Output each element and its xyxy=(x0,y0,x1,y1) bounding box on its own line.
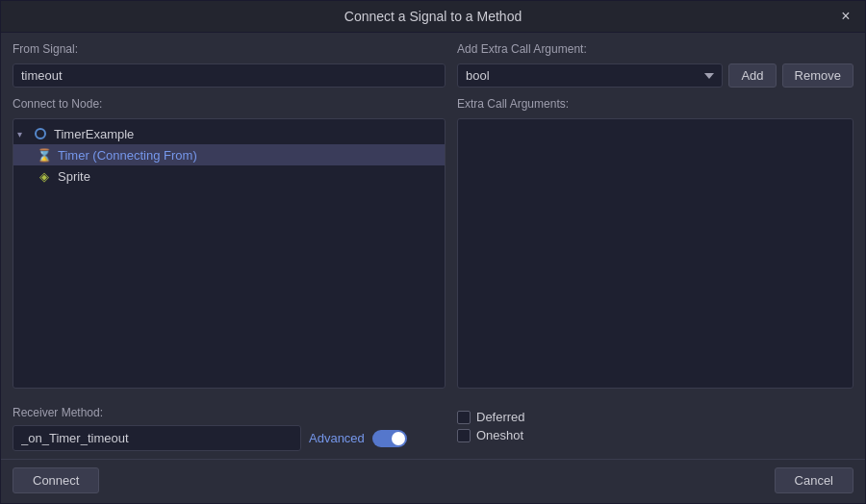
add-extra-label: Add Extra Call Argument: xyxy=(457,42,853,56)
right-panel: Add Extra Call Argument: bool int float … xyxy=(457,42,853,389)
oneshot-label: Oneshot xyxy=(476,428,523,442)
extra-args-area xyxy=(457,118,853,389)
bottom-left: Receiver Method: Advanced xyxy=(13,406,446,451)
tree-item-root[interactable]: ▾ TimerExample xyxy=(13,123,445,144)
tree-item-timer[interactable]: ⌛ Timer (Connecting From) xyxy=(13,144,445,165)
advanced-label: Advanced xyxy=(309,431,365,445)
extra-call-args-label: Extra Call Arguments: xyxy=(457,97,853,111)
add-button[interactable]: Add xyxy=(728,63,776,88)
chevron-down-icon: ▾ xyxy=(17,129,31,139)
sprite-icon: ◈ xyxy=(37,168,52,184)
advanced-toggle[interactable] xyxy=(372,430,407,447)
tree-item-timer-label: Timer (Connecting From) xyxy=(58,148,197,163)
timer-icon: ⌛ xyxy=(37,147,52,163)
tree-item-sprite-label: Sprite xyxy=(58,169,90,184)
from-signal-label: From Signal: xyxy=(13,42,446,56)
type-select[interactable]: bool int float String Object xyxy=(457,63,723,88)
main-content: From Signal: Connect to Node: ▾ TimerExa… xyxy=(1,33,865,398)
receiver-label: Receiver Method: xyxy=(13,406,446,419)
connect-signal-dialog: Connect a Signal to a Method × From Sign… xyxy=(0,0,866,504)
extra-arg-row: bool int float String Object Add Remove xyxy=(457,63,853,88)
bottom-right: Deferred Oneshot xyxy=(457,406,853,451)
node-tree[interactable]: ▾ TimerExample ⌛ Timer (Connecting From)… xyxy=(13,118,446,389)
deferred-row: Deferred xyxy=(457,410,853,424)
bottom-bar: Receiver Method: Advanced Deferred Onesh… xyxy=(1,398,865,459)
from-signal-input[interactable] xyxy=(13,63,446,88)
oneshot-checkbox[interactable] xyxy=(457,429,471,442)
oneshot-row: Oneshot xyxy=(457,428,853,442)
tree-item-sprite[interactable]: ◈ Sprite xyxy=(13,165,445,187)
dialog-title: Connect a Signal to a Method xyxy=(344,9,522,24)
deferred-checkbox[interactable] xyxy=(457,411,471,424)
toggle-thumb xyxy=(392,432,405,445)
remove-button[interactable]: Remove xyxy=(782,63,853,88)
left-panel: From Signal: Connect to Node: ▾ TimerExa… xyxy=(13,42,446,389)
close-button[interactable]: × xyxy=(836,7,855,26)
action-buttons-row: Connect Cancel xyxy=(1,459,865,503)
receiver-row: Advanced xyxy=(13,425,446,451)
node-circle-icon xyxy=(33,126,48,141)
receiver-input[interactable] xyxy=(13,425,301,451)
title-bar: Connect a Signal to a Method × xyxy=(1,1,865,33)
deferred-label: Deferred xyxy=(476,410,525,424)
cancel-button[interactable]: Cancel xyxy=(775,467,853,493)
connect-button[interactable]: Connect xyxy=(13,467,99,493)
connect-to-node-label: Connect to Node: xyxy=(13,97,446,111)
tree-item-label: TimerExample xyxy=(54,127,134,141)
